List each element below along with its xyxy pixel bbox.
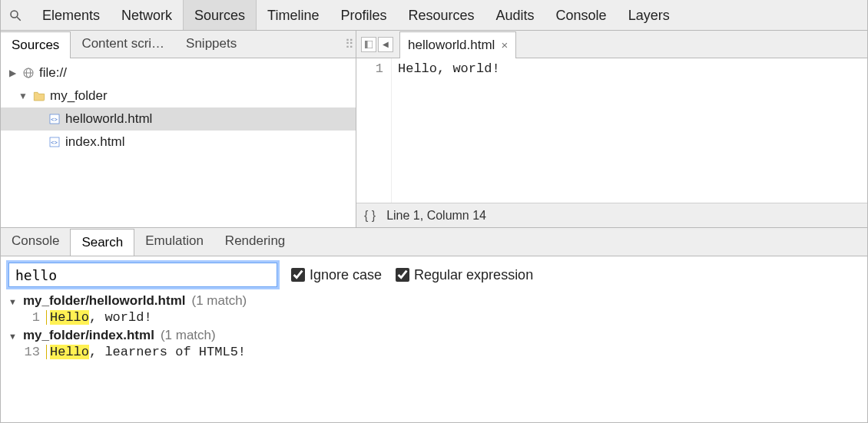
tree-file[interactable]: <> helloworld.html — [1, 107, 356, 131]
pretty-print-icon[interactable]: { } — [364, 209, 376, 223]
tree-root-label: file:// — [39, 65, 67, 81]
drawer-tab-console[interactable]: Console — [1, 228, 70, 256]
chevron-down-icon: ▼ — [8, 332, 17, 341]
navigator-toggle-icon[interactable] — [361, 37, 376, 52]
navigator-tabs: Sources Content scri… Snippets ⠿ — [1, 31, 356, 58]
result-line-text: Hello, learners of HTML5! — [47, 345, 246, 359]
editor-gutter: 1 — [356, 58, 392, 203]
svg-text:<>: <> — [51, 116, 58, 123]
drawer-tabs: Console Search Emulation Rendering — [1, 228, 867, 256]
navigator-pane: Sources Content scri… Snippets ⠿ ▶ file:… — [1, 31, 356, 227]
search-results: ▼ my_folder/helloworld.html (1 match) 1 … — [8, 293, 860, 359]
svg-line-1 — [17, 17, 21, 21]
devtools-main-tabs: Elements Network Sources Timeline Profil… — [1, 0, 867, 31]
ignore-case-input[interactable] — [291, 268, 305, 282]
nav-tab-snippets[interactable]: Snippets — [175, 31, 247, 58]
drawer-tab-search[interactable]: Search — [70, 229, 134, 256]
match-highlight: Hello — [50, 310, 89, 325]
drawer-body: Ignore case Regular expression ▼ my_fold… — [1, 256, 867, 365]
result-line-text: Hello, world! — [47, 310, 152, 325]
result-line-number: 1 — [12, 310, 47, 325]
tab-layers[interactable]: Layers — [618, 0, 681, 30]
search-icon[interactable] — [5, 5, 25, 25]
tree-file-label: index.html — [65, 134, 124, 150]
svg-point-0 — [11, 11, 18, 18]
editor-tabbar: ◀ helloworld.html × — [356, 31, 867, 58]
result-file-path: my_folder/helloworld.html — [23, 293, 186, 309]
nav-tab-sources[interactable]: Sources — [1, 31, 71, 58]
result-file-count: (1 match) — [191, 293, 247, 309]
tab-resources[interactable]: Resources — [398, 0, 485, 30]
drawer: Console Search Emulation Rendering Ignor… — [1, 227, 867, 365]
tab-network[interactable]: Network — [111, 0, 183, 30]
folder-icon — [31, 91, 47, 101]
result-line[interactable]: 13 Hello, learners of HTML5! — [12, 345, 860, 359]
ignore-case-checkbox[interactable]: Ignore case — [291, 267, 382, 283]
editor-file-tab-label: helloworld.html — [408, 38, 495, 53]
tree-file-label: helloworld.html — [65, 111, 152, 127]
tab-profiles[interactable]: Profiles — [330, 0, 397, 30]
tab-console[interactable]: Console — [545, 0, 618, 30]
nav-back-icon[interactable]: ◀ — [378, 37, 393, 52]
result-line-number: 13 — [12, 345, 47, 359]
tree-root[interactable]: ▶ file:// — [1, 61, 356, 84]
result-file-path: my_folder/index.html — [23, 328, 154, 343]
chevron-down-icon: ▼ — [18, 91, 28, 101]
tab-elements[interactable]: Elements — [31, 0, 111, 30]
html-file-icon: <> — [47, 136, 62, 148]
tree-folder-label: my_folder — [50, 88, 108, 104]
editor-content[interactable]: Hello, world! — [392, 58, 867, 203]
tab-audits[interactable]: Audits — [485, 0, 545, 30]
globe-icon — [21, 67, 36, 79]
tree-file[interactable]: <> index.html — [1, 131, 356, 154]
tab-sources[interactable]: Sources — [183, 0, 257, 30]
result-line[interactable]: 1 Hello, world! — [12, 310, 860, 325]
svg-text:<>: <> — [51, 139, 58, 146]
cursor-position: Line 1, Column 14 — [386, 209, 486, 223]
file-tree: ▶ file:// ▼ my_folder <> hello — [1, 58, 356, 227]
regex-checkbox[interactable]: Regular expression — [396, 267, 533, 283]
drawer-tab-rendering[interactable]: Rendering — [214, 228, 296, 256]
editor-pane: ◀ helloworld.html × 1 Hello, world! { } … — [356, 31, 867, 227]
result-file[interactable]: ▼ my_folder/index.html (1 match) — [8, 328, 860, 343]
result-file[interactable]: ▼ my_folder/helloworld.html (1 match) — [8, 293, 860, 309]
regex-input[interactable] — [396, 268, 409, 282]
search-input[interactable] — [8, 263, 277, 287]
code-editor[interactable]: 1 Hello, world! — [356, 58, 867, 203]
nav-tab-content-scripts[interactable]: Content scri… — [71, 31, 175, 58]
tab-timeline[interactable]: Timeline — [257, 0, 330, 30]
drag-handle-icon[interactable]: ⠿ — [340, 37, 356, 51]
drawer-tab-emulation[interactable]: Emulation — [134, 228, 214, 256]
editor-file-tab[interactable]: helloworld.html × — [399, 31, 516, 58]
close-icon[interactable]: × — [501, 38, 508, 51]
chevron-down-icon: ▼ — [8, 297, 17, 306]
chevron-right-icon: ▶ — [7, 68, 18, 78]
svg-rect-10 — [367, 41, 373, 48]
result-file-count: (1 match) — [161, 328, 216, 343]
html-file-icon: <> — [47, 113, 62, 125]
tree-folder[interactable]: ▼ my_folder — [1, 84, 356, 107]
match-highlight: Hello — [50, 345, 89, 359]
regex-label: Regular expression — [414, 267, 533, 283]
line-number: 1 — [359, 61, 383, 76]
editor-statusbar: { } Line 1, Column 14 — [356, 203, 867, 227]
ignore-case-label: Ignore case — [310, 267, 382, 283]
